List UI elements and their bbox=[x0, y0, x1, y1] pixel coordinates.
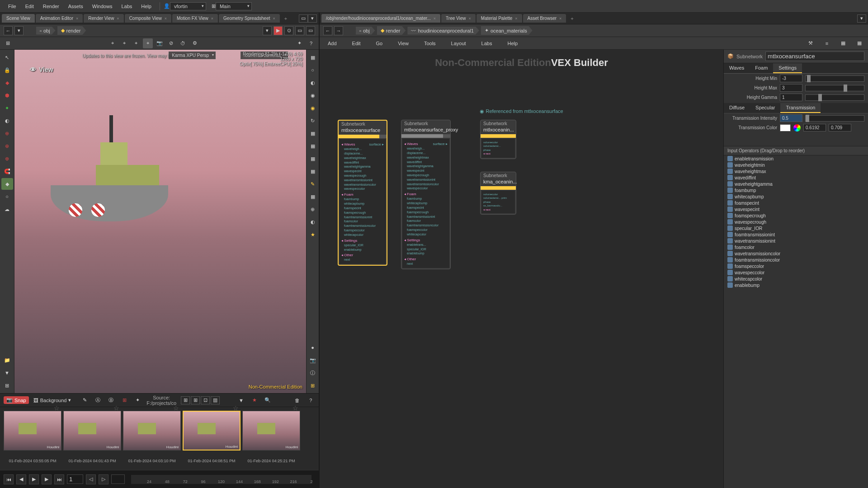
tab-path[interactable]: /obj/render/houdinioceanprocedural1/ocea… bbox=[321, 14, 440, 23]
tab-tree-view[interactable]: Tree View× bbox=[441, 14, 476, 23]
nav-back-icon[interactable]: ← bbox=[4, 26, 13, 35]
color-r-input[interactable] bbox=[803, 124, 826, 131]
rs14-icon[interactable]: ◐ bbox=[307, 216, 319, 228]
menu-edit[interactable]: Edit bbox=[21, 2, 38, 11]
node-mtlxoceansurface[interactable]: Subnetwork mtlxoceansurface ◂ Waves surf… bbox=[338, 120, 387, 266]
folder-icon[interactable]: 📁 bbox=[1, 354, 13, 366]
nav-fwd-icon[interactable]: → bbox=[334, 26, 343, 35]
height-min-input[interactable] bbox=[780, 75, 802, 82]
grid-icon[interactable]: ⊞ bbox=[3, 38, 13, 48]
star-icon[interactable]: ★ bbox=[250, 395, 259, 405]
render-more-icon[interactable]: ▭ bbox=[306, 26, 315, 35]
pane-menu-icon[interactable]: ▾ bbox=[308, 14, 317, 23]
height-min-slider[interactable] bbox=[805, 75, 864, 82]
io-item[interactable]: enablebump bbox=[724, 282, 868, 288]
tab-add-button[interactable]: + bbox=[281, 15, 291, 22]
io-item[interactable]: waveheightgamma bbox=[724, 181, 868, 187]
viewport[interactable]: 👁View Updates to this view are frozen. V… bbox=[14, 50, 306, 393]
tool15-icon[interactable]: ⊞ bbox=[1, 380, 13, 391]
tab-render-view[interactable]: Render View× bbox=[84, 14, 123, 23]
network-canvas[interactable]: Non-Commercial EditionVEX Builder ◉ Refe… bbox=[320, 50, 723, 488]
desktop-dropdown[interactable]: Main bbox=[216, 2, 252, 10]
breadcrumb-obj[interactable]: ▫obj bbox=[36, 27, 56, 35]
rs16-icon[interactable]: ● bbox=[307, 342, 319, 353]
snapshot-item[interactable]: ☆ Houdini 01-Feb-2024 04:01:43 PM bbox=[63, 411, 121, 466]
tab-waves[interactable]: Waves bbox=[724, 63, 750, 73]
info-icon[interactable]: ⓘ bbox=[307, 367, 319, 379]
menu-labs[interactable]: Labs bbox=[117, 2, 137, 11]
range-start-icon[interactable]: ◁ bbox=[86, 474, 96, 484]
height-gamma-input[interactable] bbox=[780, 94, 802, 101]
frame-input[interactable] bbox=[67, 474, 83, 484]
io-item[interactable]: waveheightmax bbox=[724, 168, 868, 174]
rs3-icon[interactable]: ◐ bbox=[307, 77, 319, 89]
tool5-icon[interactable]: ✦ bbox=[1, 102, 13, 114]
io-item[interactable]: waveheightmin bbox=[724, 162, 868, 168]
net-edit[interactable]: Edit bbox=[348, 39, 365, 48]
node-mtlxoceanin[interactable]: Subnetwork mtlxoceanin... volumecolorvol… bbox=[480, 120, 516, 159]
snapshot-item[interactable]: ☆ Houdini 01-Feb-2024 04:25:21 PM bbox=[242, 411, 300, 466]
menu-help[interactable]: Help bbox=[137, 2, 156, 11]
grid1-icon[interactable]: ⊞ bbox=[181, 396, 190, 404]
rs12-icon[interactable]: ▦ bbox=[307, 191, 319, 202]
snap-button[interactable]: 📷Snap bbox=[4, 396, 29, 404]
node-name-input[interactable] bbox=[765, 52, 864, 61]
net-add[interactable]: Add bbox=[323, 39, 341, 48]
rs1-icon[interactable]: ▦ bbox=[307, 52, 319, 63]
rs6-icon[interactable]: ↻ bbox=[307, 115, 319, 127]
bc-render[interactable]: ◆render bbox=[377, 26, 406, 35]
lock-icon[interactable]: 🔒 bbox=[1, 64, 13, 76]
grid4-icon[interactable]: ▥ bbox=[211, 396, 220, 404]
io-item[interactable]: foambump bbox=[724, 187, 868, 193]
trans-intensity-slider[interactable] bbox=[805, 115, 864, 122]
tool9-icon[interactable]: ⊕ bbox=[1, 153, 13, 164]
rs5-icon[interactable]: ◉ bbox=[307, 102, 319, 114]
node-mtlxoceansurface-proxy[interactable]: Subnetwork mtlxoceansurface_proxy ◂ Wave… bbox=[401, 120, 451, 269]
rs11-icon[interactable]: ✎ bbox=[307, 178, 319, 190]
pane-menu-icon[interactable]: ▾ bbox=[857, 14, 866, 23]
tool12-icon[interactable]: ○ bbox=[1, 191, 13, 202]
color-g-input[interactable] bbox=[829, 124, 851, 131]
tool14-icon[interactable]: ▼ bbox=[1, 367, 13, 379]
tool3-icon[interactable]: ◆ bbox=[1, 77, 13, 89]
snapshot-icon[interactable]: 📷 bbox=[307, 354, 319, 366]
rs10-icon[interactable]: ▦ bbox=[307, 165, 319, 177]
play-icon[interactable]: ▶ bbox=[29, 474, 39, 484]
io-item[interactable]: foamspecint bbox=[724, 200, 868, 206]
io-item[interactable]: wavespecrough bbox=[724, 219, 868, 225]
rs9-icon[interactable]: ▦ bbox=[307, 153, 319, 164]
color-swatch[interactable] bbox=[780, 124, 791, 131]
net-go[interactable]: Go bbox=[372, 39, 387, 48]
rs13-icon[interactable]: ⊕ bbox=[307, 203, 319, 215]
io-item[interactable]: foamtransmissioncolor bbox=[724, 257, 868, 263]
net-view[interactable]: View bbox=[393, 39, 413, 48]
tool6-icon[interactable]: ◐ bbox=[1, 115, 13, 127]
io-item[interactable]: specular_IOR bbox=[724, 225, 868, 231]
render-btn-icon[interactable]: ▶ bbox=[274, 26, 283, 35]
background-dropdown[interactable]: 🖼Background▾ bbox=[33, 397, 71, 403]
snap3-icon[interactable]: ⌖ bbox=[131, 38, 141, 48]
tab-settings[interactable]: Settings bbox=[773, 63, 802, 73]
filter-icon[interactable]: ▼ bbox=[237, 395, 245, 405]
trans-intensity-input[interactable] bbox=[780, 114, 802, 122]
fx-icon[interactable]: ✦ bbox=[133, 395, 142, 405]
timeline-track[interactable]: 244872961201441681922162 bbox=[131, 475, 311, 484]
brush-icon[interactable]: ✎ bbox=[80, 395, 89, 405]
snapshot-item[interactable]: ☆ Houdini 01-Feb-2024 04:08:51 PM bbox=[183, 411, 241, 466]
close-icon[interactable]: × bbox=[515, 16, 517, 21]
io-item[interactable]: wavetransmissioncolor bbox=[724, 250, 868, 257]
search-icon[interactable]: 🔍 bbox=[264, 395, 272, 405]
camera-icon[interactable]: 📷 bbox=[155, 38, 165, 48]
subtab-transmission[interactable]: Transmission bbox=[780, 103, 821, 113]
color-wheel-icon[interactable] bbox=[793, 124, 801, 131]
select-icon[interactable]: ↖ bbox=[1, 52, 13, 63]
denoise-icon[interactable]: ⊘ bbox=[166, 38, 176, 48]
renderer-dropdown[interactable]: Karma XPU Persp bbox=[169, 52, 216, 59]
tab-composite-view[interactable]: Composite View× bbox=[125, 14, 171, 23]
net-icon3[interactable]: ▦ bbox=[838, 38, 848, 48]
grid-icon[interactable]: ⊞ bbox=[120, 395, 129, 405]
clock-icon[interactable]: ⏱ bbox=[178, 38, 188, 48]
layout-icon[interactable]: ⊞ bbox=[307, 380, 319, 391]
tab-asset-browser[interactable]: Asset Browser× bbox=[523, 14, 566, 23]
history-icon[interactable]: ▾ bbox=[263, 26, 272, 35]
